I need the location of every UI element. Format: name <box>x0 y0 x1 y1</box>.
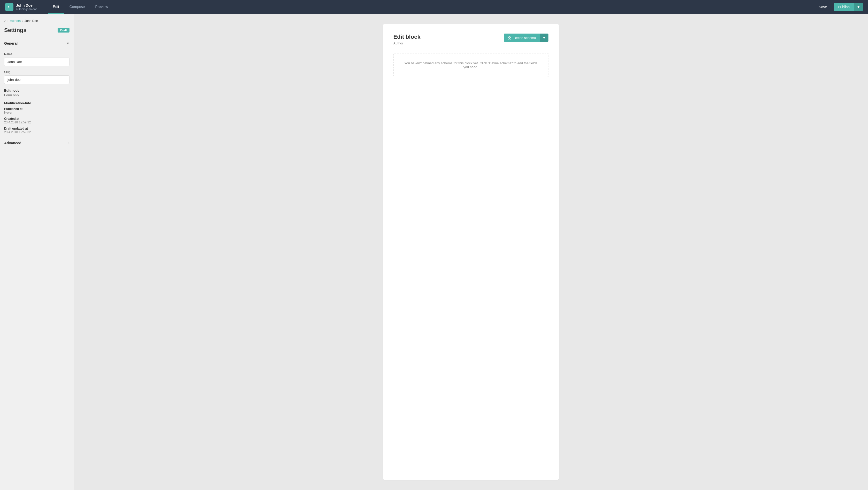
svg-rect-3 <box>510 38 511 39</box>
define-schema-button[interactable]: Define schema <box>504 34 540 42</box>
slug-label: Slug <box>4 70 69 74</box>
nav-tabs: Edit Compose Preview <box>48 0 815 14</box>
published-at-value: Never <box>4 111 69 115</box>
svg-rect-1 <box>510 36 511 37</box>
publish-button[interactable]: Publish <box>834 3 854 11</box>
slug-field-group: Slug <box>4 70 69 84</box>
breadcrumb-current: John Doe <box>25 19 38 23</box>
define-schema-dropdown-button[interactable]: ▼ <box>540 34 549 42</box>
editmode-value: Form only <box>4 93 69 97</box>
name-field-group: Name <box>4 53 69 66</box>
draft-updated-label: Draft updated at <box>4 127 69 130</box>
layout: ⌂ › Authors › John Doe Settings Draft Ge… <box>0 14 868 490</box>
mod-info-title: Modification-Info <box>4 101 69 105</box>
general-section-title: General <box>4 41 18 45</box>
breadcrumb-sep-2: › <box>22 20 23 23</box>
created-at-value: 23.4.2018 12:59:32 <box>4 121 69 124</box>
empty-schema-notice: You haven't defined any schema for this … <box>394 53 549 77</box>
edit-block-header: Edit block Author Define <box>394 34 549 45</box>
settings-title: Settings <box>4 27 27 34</box>
publish-dropdown-button[interactable]: ▼ <box>854 3 863 11</box>
general-chevron-icon: ▼ <box>66 41 69 45</box>
draft-updated-value: 23.4.2018 12:59:32 <box>4 130 69 134</box>
general-section: General ▼ Name Slug Editmode Form only M… <box>4 39 69 134</box>
advanced-section[interactable]: Advanced › <box>4 138 69 148</box>
draft-updated-row: Draft updated at 23.4.2018 12:59:32 <box>4 127 69 134</box>
name-input[interactable] <box>4 58 69 66</box>
edit-block-info: Edit block Author <box>394 34 421 45</box>
editmode-field-group: Editmode Form only <box>4 88 69 97</box>
main-content: Edit block Author Define <box>74 14 868 490</box>
created-at-row: Created at 23.4.2018 12:59:32 <box>4 117 69 124</box>
general-section-header[interactable]: General ▼ <box>4 39 69 48</box>
created-at-label: Created at <box>4 117 69 121</box>
nav-actions: Save Publish ▼ <box>814 3 863 11</box>
brand-username: John Doe <box>16 3 37 7</box>
tab-compose[interactable]: Compose <box>64 0 90 14</box>
advanced-chevron-icon: › <box>68 141 69 145</box>
content-panel: Edit block Author Define <box>383 24 559 480</box>
breadcrumb-authors-link[interactable]: Authors <box>10 19 21 23</box>
svg-rect-0 <box>508 36 509 37</box>
save-button[interactable]: Save <box>814 3 831 11</box>
advanced-title: Advanced <box>4 141 22 145</box>
brand-info: John Doe authors/john-doe <box>16 3 37 10</box>
topnav: S John Doe authors/john-doe Edit Compose… <box>0 0 868 14</box>
name-label: Name <box>4 53 69 56</box>
editmode-label: Editmode <box>4 89 20 92</box>
slug-input[interactable] <box>4 75 69 84</box>
sidebar: ⌂ › Authors › John Doe Settings Draft Ge… <box>0 14 74 490</box>
tab-preview[interactable]: Preview <box>90 0 114 14</box>
published-at-row: Published at Never <box>4 107 69 115</box>
empty-schema-text: You haven't defined any schema for this … <box>402 61 540 69</box>
define-schema-group: Define schema ▼ <box>504 34 549 42</box>
schema-icon <box>507 36 512 40</box>
svg-rect-2 <box>508 38 509 39</box>
settings-header: Settings Draft <box>4 27 69 34</box>
edit-block-title: Edit block <box>394 34 421 40</box>
modification-info: Modification-Info Published at Never Cre… <box>4 101 69 134</box>
define-schema-label: Define schema <box>514 36 536 40</box>
breadcrumb-home-icon: ⌂ <box>4 19 6 23</box>
breadcrumb: ⌂ › Authors › John Doe <box>4 19 69 23</box>
breadcrumb-sep-1: › <box>7 20 8 23</box>
brand-path: authors/john-doe <box>16 7 37 10</box>
brand: S John Doe authors/john-doe <box>5 3 37 11</box>
edit-block-subtitle: Author <box>394 41 421 45</box>
brand-logo: S <box>5 3 13 11</box>
published-at-label: Published at <box>4 107 69 111</box>
publish-group: Publish ▼ <box>834 3 863 11</box>
draft-badge: Draft <box>58 28 69 33</box>
tab-edit[interactable]: Edit <box>48 0 64 14</box>
